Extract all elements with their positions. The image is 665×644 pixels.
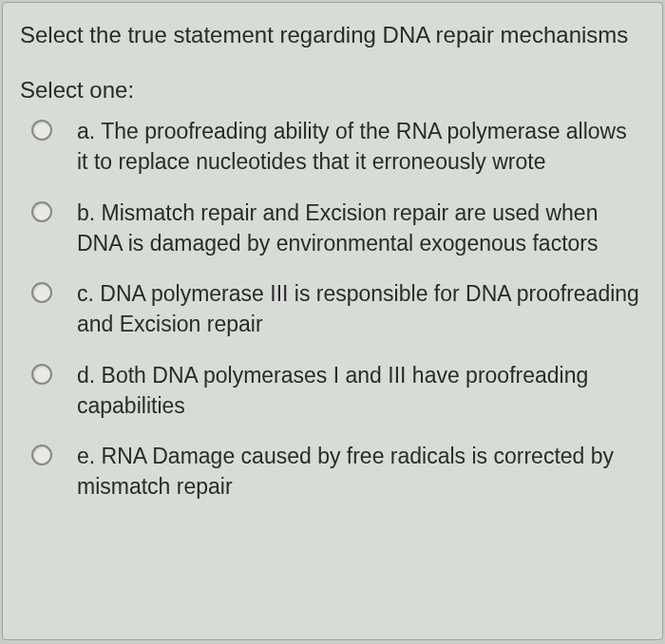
question-prompt: Select the true statement regarding DNA … xyxy=(20,20,643,50)
radio-a[interactable] xyxy=(31,120,54,142)
option-text-e: e. RNA Damage caused by free radicals is… xyxy=(77,442,643,502)
radio-circle-icon xyxy=(31,201,52,222)
radio-d[interactable] xyxy=(31,364,54,387)
option-c[interactable]: c. DNA polymerase III is responsible for… xyxy=(31,279,643,339)
radio-c[interactable] xyxy=(31,282,54,305)
option-text-b: b. Mismatch repair and Excision repair a… xyxy=(77,199,643,258)
options-list: a. The proofreading ability of the RNA p… xyxy=(20,117,643,502)
option-text-a: a. The proofreading ability of the RNA p… xyxy=(77,117,643,177)
radio-e[interactable] xyxy=(31,445,54,467)
option-a[interactable]: a. The proofreading ability of the RNA p… xyxy=(31,117,643,177)
select-one-label: Select one: xyxy=(20,77,643,104)
option-text-d: d. Both DNA polymerases I and III have p… xyxy=(77,361,643,421)
question-container: Select the true statement regarding DNA … xyxy=(2,2,663,640)
option-e[interactable]: e. RNA Damage caused by free radicals is… xyxy=(31,442,643,502)
radio-circle-icon xyxy=(31,364,52,385)
option-text-c: c. DNA polymerase III is responsible for… xyxy=(77,279,643,339)
radio-circle-icon xyxy=(31,282,52,303)
option-d[interactable]: d. Both DNA polymerases I and III have p… xyxy=(31,361,643,421)
radio-circle-icon xyxy=(31,445,52,465)
radio-b[interactable] xyxy=(31,201,54,224)
option-b[interactable]: b. Mismatch repair and Excision repair a… xyxy=(31,199,643,258)
radio-circle-icon xyxy=(31,120,52,141)
